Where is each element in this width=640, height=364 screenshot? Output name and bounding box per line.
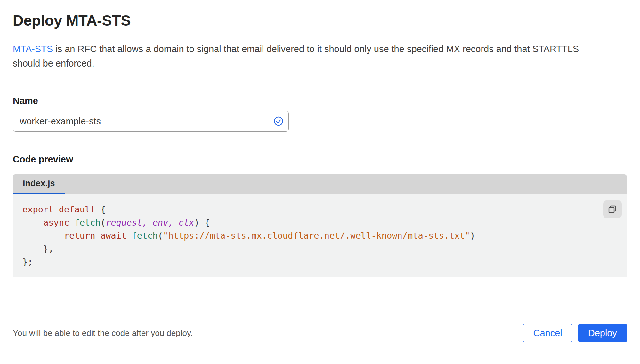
mta-sts-link[interactable]: MTA-STS [13, 44, 53, 54]
description: MTA-STS is an RFC that allows a domain t… [13, 42, 627, 71]
description-text-line2: should be enforced. [13, 58, 94, 68]
tab-label: index.js [23, 178, 55, 188]
footer-note: You will be able to edit the code after … [13, 328, 193, 338]
copy-icon [607, 204, 618, 214]
footer: You will be able to edit the code after … [13, 324, 627, 342]
code-area: export default { async fetch(request, en… [13, 194, 627, 277]
deploy-mta-sts-page: Deploy MTA-STS MTA-STS is an RFC that al… [0, 0, 640, 364]
code-preview-label: Code preview [13, 154, 627, 165]
footer-divider [13, 316, 627, 316]
check-circle-icon [274, 116, 283, 126]
code-tab-bar: index.js [13, 174, 627, 194]
cancel-button[interactable]: Cancel [523, 324, 572, 342]
description-text: is an RFC that allows a domain to signal… [53, 44, 579, 54]
code-content: export default { async fetch(request, en… [22, 203, 617, 268]
footer-actions: Cancel Deploy [523, 324, 627, 342]
name-input[interactable] [13, 111, 289, 132]
deploy-button[interactable]: Deploy [578, 324, 627, 342]
code-preview-block: index.js export default { async fetch(re… [13, 174, 627, 277]
tab-index-js[interactable]: index.js [13, 174, 65, 194]
name-input-wrapper [13, 111, 289, 132]
copy-code-button[interactable] [603, 200, 622, 218]
page-title: Deploy MTA-STS [13, 0, 627, 29]
name-label: Name [13, 96, 627, 106]
